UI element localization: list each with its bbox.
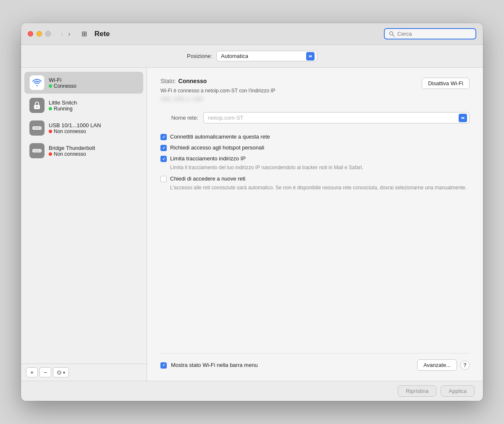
checkbox-connetti-auto: Connettiti automaticamente a questa rete [160,133,470,140]
sidebar-item-wifi-name: Wi-Fi [49,77,76,83]
applica-button[interactable]: Applica [441,385,475,397]
sidebar: Wi-Fi Connesso [21,68,147,381]
sidebar-item-wifi-text: Wi-Fi Connesso [49,77,76,89]
checkbox-limita-tracciamento-group: Limita tracciamento indirizzo IP Limita … [170,155,363,171]
checkbox-richiedi-accesso: Richiedi accesso agli hotspot personali [160,144,470,151]
checkbox-chiedi-nuove-reti-label[interactable]: Chiedi di accedere a nuove reti [170,175,467,182]
posizione-select[interactable]: Automatica [216,51,317,61]
ip-address: 192.168.1.100 [160,96,276,102]
sidebar-item-bridge-text: Bridge Thunderbolt Non connesso [49,145,95,157]
lock-icon [29,98,45,113]
sidebar-item-little-snitch[interactable]: Little Snitch Running [24,94,143,116]
grid-button[interactable]: ⊞ [79,29,89,39]
svg-point-3 [37,107,38,108]
ls-status-text: Running [54,106,73,112]
sidebar-footer: + − ⊙ ▾ [21,364,147,381]
status-section: Stato: Connesso Wi-Fi è connesso a netoi… [160,78,470,102]
bottom-section: Mostra stato Wi-Fi nella barra menu Avan… [160,198,470,371]
connection-desc: Wi-Fi è connesso a netoip.com-ST con l'i… [160,88,276,94]
add-network-button[interactable]: + [26,367,38,377]
wifi-status-text: Connesso [54,83,76,89]
mostra-right: Avanzate... ? [417,359,470,371]
sidebar-item-ls-status: Running [49,106,77,112]
window-bottom-bar: Ripristina Applica [21,381,483,401]
options-icon: ⊙ [57,369,62,376]
checkbox-richiedi-accesso-input[interactable] [160,145,167,151]
checkbox-richiedi-accesso-label[interactable]: Richiedi accesso agli hotspot personali [170,144,264,151]
sidebar-item-usb-lan[interactable]: USB 10/1...1000 LAN Non connesso [24,117,143,139]
sidebar-item-wifi[interactable]: Wi-Fi Connesso [24,72,143,94]
search-box[interactable] [384,28,476,39]
toolbar: Posizione: Automatica [21,45,483,68]
bridge-status-dot [49,152,52,156]
nome-rete-row: Nome rete: netoip.com-ST [160,112,470,123]
usb-status-dot [49,130,52,133]
sidebar-item-bridge[interactable]: Bridge Thunderbolt Non connesso [24,140,143,162]
checkbox-chiedi-nuove-reti-input[interactable] [160,176,167,182]
remove-network-button[interactable]: − [39,367,51,377]
back-button[interactable]: ‹ [59,30,65,38]
minimize-button[interactable] [37,31,42,37]
options-section: Connettiti automaticamente a questa rete… [160,133,470,191]
wifi-icon [29,75,45,90]
stato-value: Connesso [178,78,207,84]
checkbox-limita-tracciamento-input[interactable] [160,156,167,162]
ls-status-dot [49,107,52,110]
posizione-label: Posizione: [187,53,212,59]
posizione-select-wrapper: Automatica [216,51,317,61]
close-button[interactable] [28,31,33,37]
usb-icon [29,120,45,136]
traffic-lights [28,31,51,37]
checkbox-connetti-auto-label[interactable]: Connettiti automaticamente a questa rete [170,133,270,140]
mostra-left: Mostra stato Wi-Fi nella barra menu [160,362,258,369]
forward-button[interactable]: › [66,30,72,38]
sidebar-item-bridge-status: Non connesso [49,151,95,157]
search-icon [389,31,395,37]
nome-rete-select-wrapper: netoip.com-ST [203,112,470,123]
mostra-row: Mostra stato Wi-Fi nella barra menu Avan… [160,353,470,371]
checkbox-limita-tracciamento-desc: Limita il tracciamento del tuo indirizzo… [170,164,363,171]
sidebar-item-bridge-name: Bridge Thunderbolt [49,145,95,151]
checkbox-limita-tracciamento-label[interactable]: Limita tracciamento indirizzo IP [170,155,363,162]
svg-line-1 [393,34,395,37]
checkbox-connetti-auto-input[interactable] [160,134,167,140]
help-button[interactable]: ? [460,361,470,370]
wifi-status-dot [49,84,52,88]
window-title: Rete [94,30,379,38]
sidebar-item-usb-name: USB 10/1...1000 LAN [49,122,101,128]
search-input[interactable] [397,31,471,37]
checkbox-limita-tracciamento: Limita tracciamento indirizzo IP Limita … [160,155,470,171]
mostra-label: Mostra stato Wi-Fi nella barra menu [171,362,258,368]
options-network-button[interactable]: ⊙ ▾ [53,367,69,377]
sidebar-item-wifi-status: Connesso [49,83,76,89]
main-window: ‹ › ⊞ Rete Posizione: Automatica [21,23,483,401]
nav-buttons: ‹ › [59,30,72,38]
checkbox-richiedi-accesso-group: Richiedi accesso agli hotspot personali [170,144,264,151]
chevron-icon: ▾ [63,370,65,375]
titlebar: ‹ › ⊞ Rete [21,23,483,45]
sidebar-item-ls-name: Little Snitch [49,99,77,106]
sidebar-list: Wi-Fi Connesso [21,68,147,364]
maximize-button[interactable] [45,31,51,37]
disable-wifi-button[interactable]: Disattiva Wi-Fi [422,78,470,89]
checkbox-chiedi-nuove-reti-group: Chiedi di accedere a nuove reti L'access… [170,175,467,191]
checkbox-connetti-auto-group: Connettiti automaticamente a questa rete [170,133,270,140]
sidebar-item-ls-text: Little Snitch Running [49,99,77,112]
main-area: Wi-Fi Connesso [21,68,483,381]
bridge-icon [29,143,45,158]
nome-rete-select[interactable]: netoip.com-ST [203,112,470,123]
checkbox-chiedi-nuove-reti-desc: L'accesso alle reti conosciute sarà auto… [170,184,467,191]
mostra-stato-checkbox[interactable] [160,362,167,369]
avanzate-button[interactable]: Avanzate... [417,359,457,371]
usb-status-text: Non connesso [54,128,86,134]
checkbox-chiedi-nuove-reti: Chiedi di accedere a nuove reti L'access… [160,175,470,191]
ripristina-button[interactable]: Ripristina [398,385,436,397]
nome-rete-label: Nome rete: [160,115,198,121]
stato-label: Stato: [160,78,176,84]
status-info: Stato: Connesso Wi-Fi è connesso a netoi… [160,78,276,102]
sidebar-item-usb-text: USB 10/1...1000 LAN Non connesso [49,122,101,134]
status-line: Stato: Connesso [160,78,276,84]
sidebar-item-usb-status: Non connesso [49,128,101,134]
bridge-status-text: Non connesso [54,151,86,157]
content-panel: Stato: Connesso Wi-Fi è connesso a netoi… [147,68,483,381]
